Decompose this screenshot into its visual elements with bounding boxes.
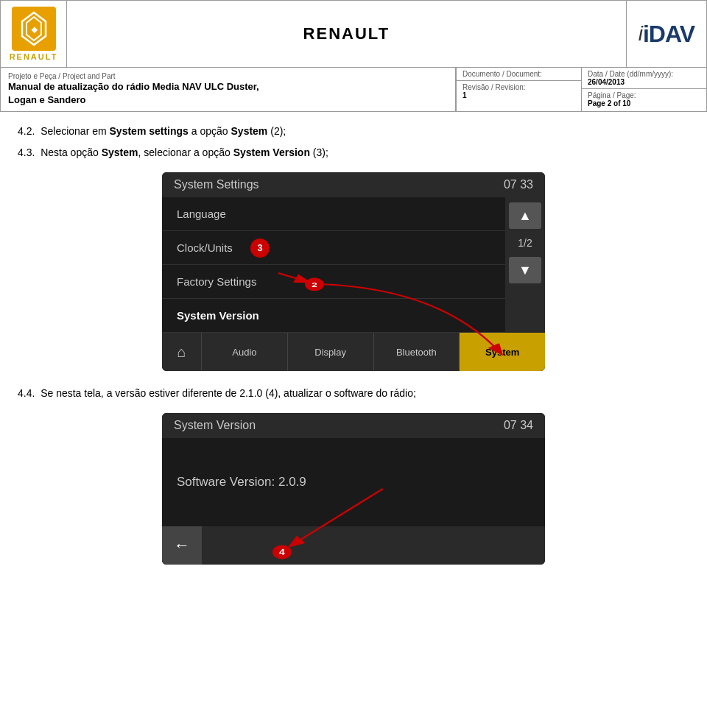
screen1-time: 07 33 [504, 178, 533, 191]
home-nav-button[interactable]: ⌂ [162, 333, 202, 371]
logo-cell: ⬥ RENAULT [1, 1, 67, 67]
system-nav-button[interactable]: System [460, 333, 545, 371]
project-label: Projeto e Peça / Project and Part [8, 72, 448, 80]
scroll-up-button[interactable]: ▲ [509, 202, 541, 229]
idav-logo: iiDAV [626, 1, 706, 67]
screen1-title: System Settings [174, 178, 259, 191]
document-col: Documento / Document: Revisão / Revision… [456, 68, 581, 111]
annotation-3: 3 [250, 238, 270, 258]
svg-text:⬥: ⬥ [29, 21, 38, 36]
renault-logo-icon: ⬥ [12, 7, 56, 51]
bluetooth-nav-button[interactable]: Bluetooth [374, 333, 460, 371]
back-button[interactable]: ← [162, 526, 202, 565]
document-header: ⬥ RENAULT RENAULT iiDAV Projeto e Peça /… [0, 0, 707, 112]
screen2-title: System Version [174, 419, 256, 432]
system-settings-screen-wrapper: System Settings 07 33 Language Clock/Uni… [162, 172, 545, 371]
menu-list: Language Clock/Units 3 Factory Settings … [162, 197, 505, 333]
screen2-body: Software Version: 2.0.9 [162, 438, 545, 526]
project-title: Manual de atualização do rádio Media NAV… [8, 80, 448, 107]
system-settings-screen: System Settings 07 33 Language Clock/Uni… [162, 172, 545, 371]
page-cell: Página / Page: Page 2 of 10 [582, 89, 706, 110]
document-title: RENAULT [67, 1, 626, 67]
screen2-header: System Version 07 34 [162, 413, 545, 438]
step-43: 4.3. Nesta opção System, selecionar a op… [18, 145, 689, 160]
screen2-time: 07 34 [504, 419, 533, 432]
home-icon: ⌂ [177, 344, 186, 361]
menu-item-clockunits[interactable]: Clock/Units 3 [162, 231, 505, 265]
system-version-screen-wrapper: System Version 07 34 Software Version: 2… [162, 413, 545, 565]
menu-item-factory[interactable]: Factory Settings [162, 265, 505, 299]
date-cell: Data / Date (dd/mm/yyyy): 26/04/2013 [582, 68, 706, 89]
page-indicator: 1/2 [518, 237, 532, 249]
project-info: Projeto e Peça / Project and Part Manual… [1, 68, 456, 111]
main-content: 4.2. Selecionar em System settings a opç… [0, 112, 707, 588]
scroll-controls: ▲ 1/2 ▼ [505, 197, 545, 333]
system-version-screen: System Version 07 34 Software Version: 2… [162, 413, 545, 565]
sv-nav-bar: ← [162, 526, 545, 565]
logo-text: RENAULT [10, 52, 58, 61]
scroll-down-button[interactable]: ▼ [509, 257, 541, 283]
audio-nav-button[interactable]: Audio [202, 333, 288, 371]
date-col: Data / Date (dd/mm/yyyy): 26/04/2013 Pág… [581, 68, 706, 111]
software-version-text: Software Version: 2.0.9 [177, 475, 530, 490]
revision-cell: Revisão / Revision: 1 [457, 81, 581, 102]
step-42: 4.2. Selecionar em System settings a opç… [18, 124, 689, 139]
menu-item-language[interactable]: Language [162, 197, 505, 231]
back-arrow-icon: ← [174, 536, 190, 555]
display-nav-button[interactable]: Display [288, 333, 374, 371]
nav-bar: ⌂ Audio Display Bluetooth System [162, 333, 545, 371]
step-44: 4.4. Se nesta tela, a versão estiver dif… [18, 386, 689, 401]
screen1-body: Language Clock/Units 3 Factory Settings … [162, 197, 545, 333]
screen1-header: System Settings 07 33 [162, 172, 545, 197]
menu-item-systemversion[interactable]: System Version [162, 299, 505, 333]
doc-label-cell: Documento / Document: [457, 68, 581, 81]
